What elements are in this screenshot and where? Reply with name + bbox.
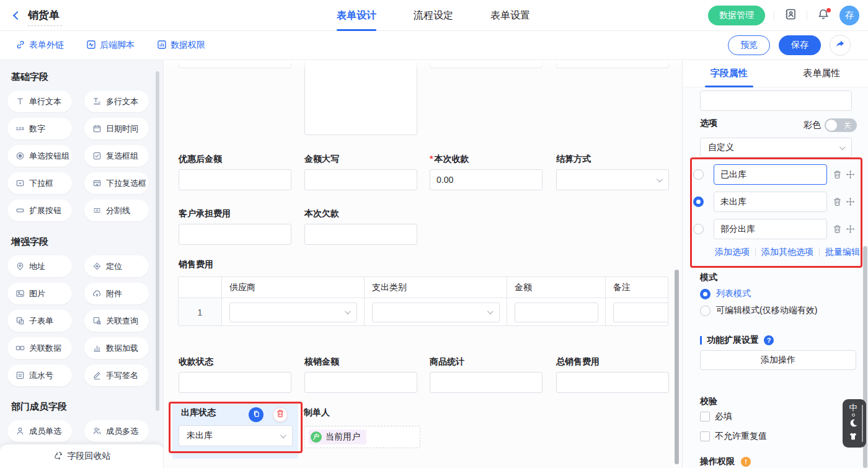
field-number[interactable]: 123 数字: [7, 118, 72, 139]
field-divider[interactable]: 分割线: [84, 200, 149, 221]
field-member-multi[interactable]: 成员多选: [84, 420, 149, 442]
option-radio[interactable]: [693, 224, 704, 234]
field-image[interactable]: 图片: [7, 283, 72, 304]
theme-shirt-icon[interactable]: [849, 432, 857, 443]
text-input[interactable]: [304, 224, 417, 245]
field-member-single[interactable]: 成员单选: [7, 420, 72, 442]
required-checkbox[interactable]: [700, 412, 710, 422]
field-checkbox-group[interactable]: 复选框组: [84, 145, 149, 167]
option-source-select[interactable]: 自定义: [700, 138, 852, 157]
add-action-button[interactable]: 添加操作: [700, 350, 856, 370]
color-toggle[interactable]: 关: [825, 118, 857, 132]
maker-field-box[interactable]: 户 当前用户: [304, 426, 420, 448]
text-input[interactable]: [179, 224, 291, 245]
text-input[interactable]: [179, 169, 291, 190]
text-input[interactable]: [304, 372, 417, 393]
selected-field-label[interactable]: 出库状态: [181, 407, 216, 418]
copy-field-button[interactable]: [249, 407, 264, 422]
tab-form-setting[interactable]: 表单设置: [490, 0, 530, 31]
dark-mode-moon-icon[interactable]: [849, 418, 858, 430]
add-other-option-link[interactable]: 添加其他选项: [761, 247, 813, 258]
user-avatar[interactable]: 存: [839, 6, 859, 25]
delete-option-button[interactable]: [832, 196, 843, 207]
supplier-select[interactable]: [229, 302, 357, 322]
add-option-link[interactable]: 添加选项: [715, 247, 750, 258]
mode-radio-selected[interactable]: [700, 289, 711, 299]
data-manage-button[interactable]: 数据管理: [708, 6, 765, 25]
option-radio-selected[interactable]: [693, 196, 704, 207]
field-title-input[interactable]: [700, 91, 852, 111]
clipped-textarea[interactable]: [304, 60, 417, 135]
field-extend-button[interactable]: 扩展按钮: [7, 200, 72, 221]
mode-radio[interactable]: [700, 306, 711, 316]
field-address[interactable]: 地址: [7, 255, 72, 277]
contacts-button[interactable]: [783, 8, 798, 23]
field-linked-query[interactable]: 关联查询: [84, 310, 149, 332]
field-linked-data[interactable]: 关联数据: [7, 337, 72, 359]
field-multi-dropdown[interactable]: 下拉复选框: [84, 172, 149, 194]
field-settlement-method[interactable]: 结算方式: [556, 154, 669, 190]
field-geolocation[interactable]: 定位: [84, 255, 149, 277]
save-button[interactable]: 保存: [779, 35, 821, 55]
field-recycle-bin[interactable]: 字段回收站: [0, 444, 164, 468]
notification-button[interactable]: [816, 8, 831, 23]
option-text-input[interactable]: 已出库: [714, 164, 827, 185]
text-input[interactable]: [179, 372, 291, 393]
clipped-input-2[interactable]: [430, 60, 542, 68]
sidebar-scrollbar[interactable]: [156, 71, 159, 411]
form-link-button[interactable]: 表单外链: [16, 40, 64, 51]
field-product-stats[interactable]: 商品统计: [430, 356, 542, 393]
field-payment-status[interactable]: 收款状态: [179, 356, 291, 393]
language-zh-icon[interactable]: 中: [849, 404, 857, 412]
move-option-handle[interactable]: [845, 196, 856, 207]
preview-button[interactable]: 预览: [728, 35, 770, 55]
no-duplicate-checkbox[interactable]: [700, 431, 710, 441]
field-current-arrears[interactable]: 本次欠款: [304, 208, 417, 245]
field-single-line-text[interactable]: 单行文本: [7, 91, 72, 112]
required-check-row[interactable]: 必填: [700, 411, 732, 422]
field-current-payment[interactable]: *本次收款 0.00: [430, 154, 542, 190]
field-multi-line-text[interactable]: 多行文本: [84, 91, 149, 112]
page-title[interactable]: 销货单: [28, 8, 62, 26]
text-input[interactable]: [556, 372, 669, 393]
field-signature[interactable]: 手写签名: [84, 364, 149, 386]
move-option-handle[interactable]: [845, 169, 856, 180]
field-datetime[interactable]: 日期时间: [84, 118, 149, 139]
option-radio[interactable]: [693, 169, 704, 180]
tab-flow-setting[interactable]: 流程设定: [414, 0, 453, 31]
field-total-sales-fee[interactable]: 总销售费用: [556, 356, 669, 393]
outbound-status-select[interactable]: 未出库: [179, 425, 293, 446]
back-button[interactable]: [10, 8, 25, 23]
field-writeoff-amount[interactable]: 核销金额: [304, 356, 417, 393]
tab-form-properties[interactable]: 表单属性: [776, 60, 868, 87]
field-customer-fee[interactable]: 客户承担费用: [179, 208, 291, 245]
field-subform[interactable]: 子表单: [7, 310, 72, 332]
option-text-input[interactable]: 部分出库: [714, 219, 827, 239]
text-input[interactable]: [430, 372, 542, 393]
delete-option-button[interactable]: [832, 224, 843, 234]
text-input[interactable]: [304, 169, 417, 190]
share-button[interactable]: [830, 35, 851, 56]
amount-input[interactable]: [515, 302, 598, 322]
mode-editable-option[interactable]: 可编辑模式(仅移动端有效): [700, 305, 817, 316]
number-input[interactable]: 0.00: [430, 169, 542, 190]
tab-field-properties[interactable]: 字段属性: [683, 60, 776, 87]
field-attachment[interactable]: 附件: [84, 283, 149, 304]
field-data-load[interactable]: 数据加载: [84, 337, 149, 359]
field-discounted-amount[interactable]: 优惠后金额: [179, 154, 291, 190]
mode-list-option[interactable]: 列表模式: [700, 288, 751, 299]
field-amount-in-words[interactable]: 金额大写: [304, 154, 417, 190]
select-input[interactable]: [556, 169, 669, 190]
field-dropdown[interactable]: 下拉框: [7, 172, 72, 194]
help-icon[interactable]: ?: [764, 335, 774, 345]
batch-edit-link[interactable]: 批量编辑: [825, 247, 860, 258]
subform-title[interactable]: 销售费用: [179, 259, 213, 270]
browser-extension-widget[interactable]: 中: [843, 399, 866, 448]
option-text-input[interactable]: 未出库: [714, 192, 827, 212]
move-option-handle[interactable]: [845, 224, 856, 234]
canvas-scrollbar[interactable]: [675, 270, 679, 464]
delete-option-button[interactable]: [832, 169, 843, 180]
remark-input[interactable]: [613, 302, 668, 322]
expense-category-select[interactable]: [372, 302, 500, 322]
clipped-input-1[interactable]: [179, 60, 291, 68]
